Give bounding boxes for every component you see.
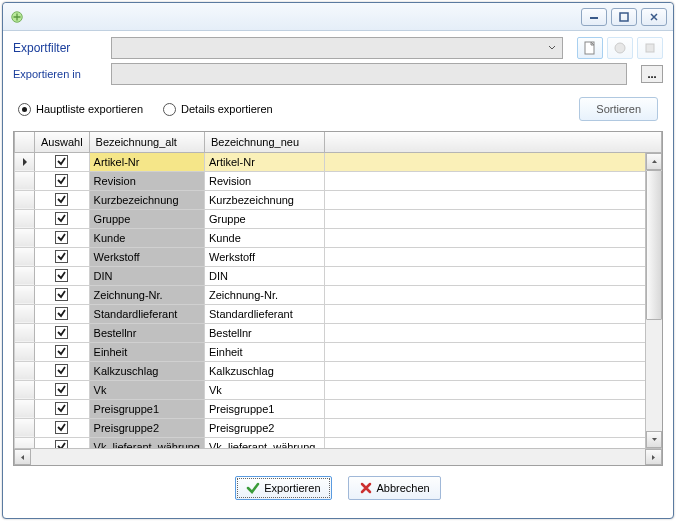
bezeichnung-neu-cell[interactable]: Zeichnung-Nr.	[204, 285, 324, 304]
auswahl-cell[interactable]	[35, 437, 90, 448]
scroll-right-button[interactable]	[645, 449, 662, 465]
table-row[interactable]: GruppeGruppe	[15, 209, 662, 228]
row-selector[interactable]	[15, 171, 35, 190]
auswahl-cell[interactable]	[35, 190, 90, 209]
row-selector[interactable]	[15, 323, 35, 342]
table-row[interactable]: VkVk	[15, 380, 662, 399]
table-row[interactable]: WerkstoffWerkstoff	[15, 247, 662, 266]
table-row[interactable]: EinheitEinheit	[15, 342, 662, 361]
row-selector[interactable]	[15, 247, 35, 266]
checkbox[interactable]	[55, 231, 68, 244]
close-button[interactable]	[641, 8, 667, 26]
table-row[interactable]: Artikel-NrArtikel-Nr	[15, 152, 662, 171]
auswahl-cell[interactable]	[35, 266, 90, 285]
scroll-left-button[interactable]	[14, 449, 31, 465]
checkbox[interactable]	[55, 155, 68, 168]
row-selector[interactable]	[15, 190, 35, 209]
checkbox[interactable]	[55, 307, 68, 320]
checkbox[interactable]	[55, 174, 68, 187]
bezeichnung-neu-cell[interactable]: Kunde	[204, 228, 324, 247]
table-row[interactable]: DINDIN	[15, 266, 662, 285]
auswahl-header[interactable]: Auswahl	[35, 132, 90, 152]
export-path-input[interactable]	[111, 63, 627, 85]
abbrechen-button[interactable]: Abbrechen	[348, 476, 441, 500]
bezeichnung-neu-cell[interactable]: Standardlieferant	[204, 304, 324, 323]
scroll-up-button[interactable]	[646, 153, 662, 170]
vertical-scrollbar[interactable]	[645, 153, 662, 448]
auswahl-cell[interactable]	[35, 209, 90, 228]
table-row[interactable]: Zeichnung-Nr.Zeichnung-Nr.	[15, 285, 662, 304]
bezeichnung-neu-cell[interactable]: Vk	[204, 380, 324, 399]
bezeichnung-neu-cell[interactable]: Vk_lieferant_währung	[204, 437, 324, 448]
auswahl-cell[interactable]	[35, 361, 90, 380]
auswahl-cell[interactable]	[35, 152, 90, 171]
bezeichnung-alt-header[interactable]: Bezeichnung_alt	[89, 132, 204, 152]
bezeichnung-neu-header[interactable]: Bezeichnung_neu	[204, 132, 324, 152]
row-selector[interactable]	[15, 342, 35, 361]
bezeichnung-neu-cell[interactable]: DIN	[204, 266, 324, 285]
auswahl-cell[interactable]	[35, 304, 90, 323]
checkbox[interactable]	[55, 402, 68, 415]
table-row[interactable]: RevisionRevision	[15, 171, 662, 190]
bezeichnung-neu-cell[interactable]: Einheit	[204, 342, 324, 361]
table-row[interactable]: Vk_lieferant_währungVk_lieferant_währung	[15, 437, 662, 448]
row-selector[interactable]	[15, 437, 35, 448]
new-filter-button[interactable]	[577, 37, 603, 59]
table-row[interactable]: StandardlieferantStandardlieferant	[15, 304, 662, 323]
bezeichnung-neu-cell[interactable]: Preisgruppe2	[204, 418, 324, 437]
exportfilter-combo[interactable]	[111, 37, 563, 59]
row-selector[interactable]	[15, 266, 35, 285]
checkbox[interactable]	[55, 345, 68, 358]
scroll-down-button[interactable]	[646, 431, 662, 448]
row-selector[interactable]	[15, 304, 35, 323]
checkbox[interactable]	[55, 364, 68, 377]
auswahl-cell[interactable]	[35, 342, 90, 361]
auswahl-cell[interactable]	[35, 171, 90, 190]
details-radio[interactable]: Details exportieren	[163, 103, 273, 116]
table-row[interactable]: KundeKunde	[15, 228, 662, 247]
bezeichnung-neu-cell[interactable]: Werkstoff	[204, 247, 324, 266]
row-selector[interactable]	[15, 418, 35, 437]
auswahl-cell[interactable]	[35, 418, 90, 437]
auswahl-cell[interactable]	[35, 285, 90, 304]
row-selector[interactable]	[15, 285, 35, 304]
table-row[interactable]: KalkzuschlagKalkzuschlag	[15, 361, 662, 380]
horizontal-scrollbar[interactable]	[14, 448, 662, 465]
checkbox[interactable]	[55, 440, 68, 449]
checkbox[interactable]	[55, 212, 68, 225]
row-selector[interactable]	[15, 361, 35, 380]
table-row[interactable]: KurzbezeichnungKurzbezeichnung	[15, 190, 662, 209]
maximize-button[interactable]	[611, 8, 637, 26]
bezeichnung-neu-cell[interactable]: Artikel-Nr	[204, 152, 324, 171]
auswahl-cell[interactable]	[35, 228, 90, 247]
bezeichnung-neu-cell[interactable]: Preisgruppe1	[204, 399, 324, 418]
bezeichnung-neu-cell[interactable]: Gruppe	[204, 209, 324, 228]
row-selector[interactable]	[15, 380, 35, 399]
exportieren-button[interactable]: Exportieren	[235, 476, 331, 500]
hauptliste-radio[interactable]: Hauptliste exportieren	[18, 103, 143, 116]
row-selector[interactable]	[15, 209, 35, 228]
table-row[interactable]: BestellnrBestellnr	[15, 323, 662, 342]
checkbox[interactable]	[55, 288, 68, 301]
auswahl-cell[interactable]	[35, 247, 90, 266]
checkbox[interactable]	[55, 269, 68, 282]
auswahl-cell[interactable]	[35, 380, 90, 399]
checkbox[interactable]	[55, 421, 68, 434]
bezeichnung-neu-cell[interactable]: Revision	[204, 171, 324, 190]
row-selector[interactable]	[15, 152, 35, 171]
auswahl-cell[interactable]	[35, 399, 90, 418]
bezeichnung-neu-cell[interactable]: Kurzbezeichnung	[204, 190, 324, 209]
delete-filter-button[interactable]	[637, 37, 663, 59]
scroll-thumb[interactable]	[646, 170, 662, 320]
row-selector[interactable]	[15, 228, 35, 247]
row-selector[interactable]	[15, 399, 35, 418]
auswahl-cell[interactable]	[35, 323, 90, 342]
checkbox[interactable]	[55, 193, 68, 206]
checkbox[interactable]	[55, 383, 68, 396]
checkbox[interactable]	[55, 250, 68, 263]
table-row[interactable]: Preisgruppe2Preisgruppe2	[15, 418, 662, 437]
sortieren-button[interactable]: Sortieren	[579, 97, 658, 121]
browse-button[interactable]: ...	[641, 65, 663, 83]
table-row[interactable]: Preisgruppe1Preisgruppe1	[15, 399, 662, 418]
bezeichnung-neu-cell[interactable]: Kalkzuschlag	[204, 361, 324, 380]
